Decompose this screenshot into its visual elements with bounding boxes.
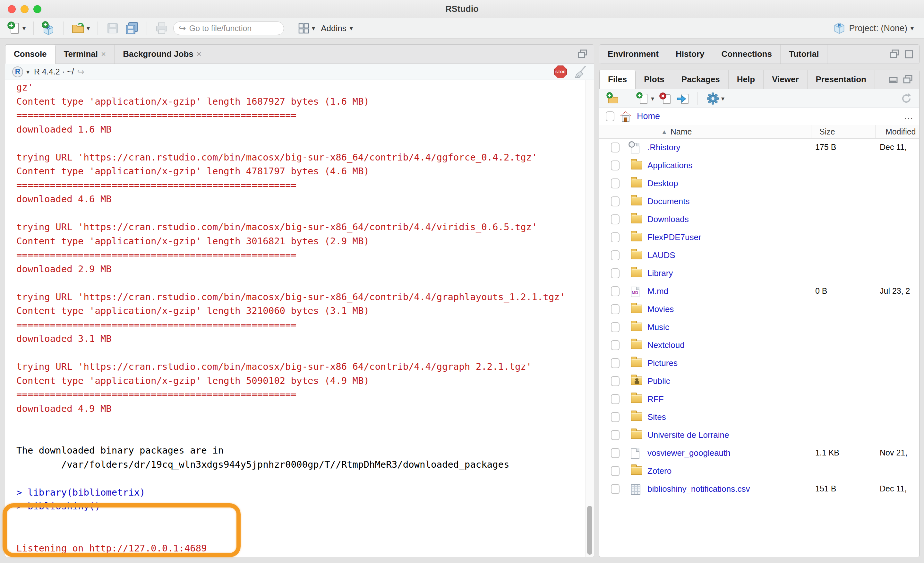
minimize-window-button[interactable] [21, 5, 28, 13]
file-checkbox[interactable] [611, 340, 620, 350]
file-name-link[interactable]: Applications [648, 161, 692, 170]
file-checkbox[interactable] [611, 412, 620, 422]
file-name-link[interactable]: LAUDS [648, 250, 675, 260]
stop-button[interactable]: STOP [554, 66, 567, 78]
file-row[interactable]: Downloads [599, 210, 919, 228]
file-checkbox[interactable] [611, 466, 620, 476]
save-all-button[interactable] [123, 20, 140, 37]
maximize-pane-icon[interactable] [904, 50, 914, 59]
tab-files[interactable]: Files [599, 70, 636, 89]
file-checkbox[interactable] [611, 233, 620, 242]
file-row[interactable]: Zotero [599, 462, 919, 480]
column-header-name[interactable]: ▲ Name [661, 127, 692, 137]
new-file-button[interactable]: ▾ [6, 20, 27, 37]
file-name-link[interactable]: Downloads [648, 215, 689, 224]
file-checkbox[interactable] [611, 448, 620, 458]
file-name-link[interactable]: FlexPDE7user [648, 233, 701, 242]
file-checkbox[interactable] [611, 394, 620, 404]
file-checkbox[interactable] [611, 484, 620, 494]
project-menu-button[interactable]: R Project: (None) ▾ [833, 22, 914, 35]
restore-pane-icon[interactable] [889, 49, 900, 60]
select-all-checkbox[interactable] [606, 111, 614, 121]
tab-plots[interactable]: Plots [636, 70, 673, 89]
tab-background-jobs[interactable]: Background Jobs × [114, 45, 210, 63]
close-icon[interactable]: × [101, 49, 106, 59]
file-name-link[interactable]: Public [648, 376, 670, 386]
file-checkbox[interactable] [611, 376, 620, 386]
file-row[interactable]: .Rhistory 175 B Dec 11, [599, 139, 919, 157]
file-row[interactable]: Desktop [599, 175, 919, 192]
file-name-link[interactable]: Desktop [648, 179, 678, 188]
tab-viewer[interactable]: Viewer [764, 70, 807, 89]
file-name-link[interactable]: Sites [648, 412, 666, 422]
share-arrow-icon[interactable]: ↪ [77, 67, 84, 77]
new-blank-file-button[interactable]: ▾ [634, 90, 656, 107]
file-row[interactable]: Library [599, 264, 919, 282]
file-checkbox[interactable] [611, 143, 620, 152]
file-checkbox[interactable] [611, 430, 620, 440]
file-checkbox[interactable] [611, 215, 620, 224]
file-name-link[interactable]: Movies [648, 304, 674, 314]
file-checkbox[interactable] [611, 322, 620, 332]
file-checkbox[interactable] [611, 304, 620, 314]
console-output[interactable]: gz'Content type 'application/x-gzip' len… [5, 80, 585, 557]
file-name-link[interactable]: RFF [648, 394, 664, 404]
file-row[interactable]: Universite de Lorraine [599, 426, 919, 444]
tab-connections[interactable]: Connections [713, 45, 781, 63]
file-row[interactable]: LAUDS [599, 246, 919, 264]
file-name-link[interactable]: M.md [648, 286, 668, 296]
file-row[interactable]: biblioshiny_notifications.csv 151 B Dec … [599, 480, 919, 498]
close-icon[interactable]: × [196, 49, 201, 59]
file-name-link[interactable]: Zotero [648, 466, 672, 476]
console-scrollbar-track[interactable] [585, 80, 594, 557]
new-project-button[interactable]: R [40, 20, 57, 37]
file-row[interactable]: vosviewer_googleauth 1.1 KB Nov 21, [599, 444, 919, 462]
file-name-link[interactable]: Music [648, 322, 669, 332]
addins-button[interactable]: Addins ▾ [316, 22, 354, 35]
file-row[interactable]: Applications [599, 157, 919, 175]
zoom-window-button[interactable] [33, 5, 41, 13]
tab-help[interactable]: Help [729, 70, 764, 89]
file-name-link[interactable]: .Rhistory [648, 143, 681, 152]
column-header-size[interactable]: Size [819, 127, 835, 137]
file-checkbox[interactable] [611, 286, 620, 296]
file-checkbox[interactable] [611, 250, 620, 260]
column-header-modified[interactable]: Modified [885, 127, 916, 137]
file-row[interactable]: RFF [599, 390, 919, 408]
goto-file-search[interactable]: ↪ Go to file/function [173, 21, 284, 35]
file-checkbox[interactable] [611, 268, 620, 278]
file-row[interactable]: Nextcloud [599, 336, 919, 354]
file-checkbox[interactable] [611, 161, 620, 170]
breadcrumb-more-button[interactable]: ... [904, 111, 914, 121]
r-logo-icon[interactable]: R [12, 66, 23, 77]
file-name-link[interactable]: Universite de Lorraine [648, 430, 729, 440]
tab-history[interactable]: History [668, 45, 713, 63]
file-checkbox[interactable] [611, 179, 620, 188]
file-row[interactable]: Public [599, 372, 919, 390]
file-row[interactable]: Sites [599, 408, 919, 426]
file-row[interactable]: Documents [599, 192, 919, 210]
open-file-button[interactable]: ▾ [70, 20, 91, 37]
new-folder-button[interactable] [606, 92, 620, 106]
breadcrumb-home-link[interactable]: Home [637, 111, 660, 121]
file-name-link[interactable]: biblioshiny_notifications.csv [648, 484, 750, 494]
file-row[interactable]: Music [599, 318, 919, 336]
copy-file-button[interactable] [676, 92, 690, 106]
file-name-link[interactable]: Pictures [648, 358, 678, 368]
file-name-link[interactable]: Documents [648, 197, 690, 206]
file-name-link[interactable]: Library [648, 268, 673, 278]
tab-terminal[interactable]: Terminal × [56, 45, 115, 63]
file-row[interactable]: M.md 0 B Jul 23, 2 [599, 282, 919, 300]
tab-console[interactable]: Console [5, 45, 56, 64]
caret-down-icon[interactable]: ▾ [26, 69, 30, 75]
restore-pane-icon[interactable] [903, 74, 914, 85]
file-row[interactable]: Movies [599, 300, 919, 318]
close-window-button[interactable] [8, 5, 16, 13]
file-row[interactable]: FlexPDE7user [599, 228, 919, 246]
console-scrollbar-thumb[interactable] [587, 506, 592, 555]
file-checkbox[interactable] [611, 197, 620, 206]
tab-presentation[interactable]: Presentation [807, 70, 875, 89]
pane-layout-button[interactable]: ▾ [295, 20, 316, 37]
file-name-link[interactable]: Nextcloud [648, 340, 685, 350]
tab-packages[interactable]: Packages [673, 70, 729, 89]
